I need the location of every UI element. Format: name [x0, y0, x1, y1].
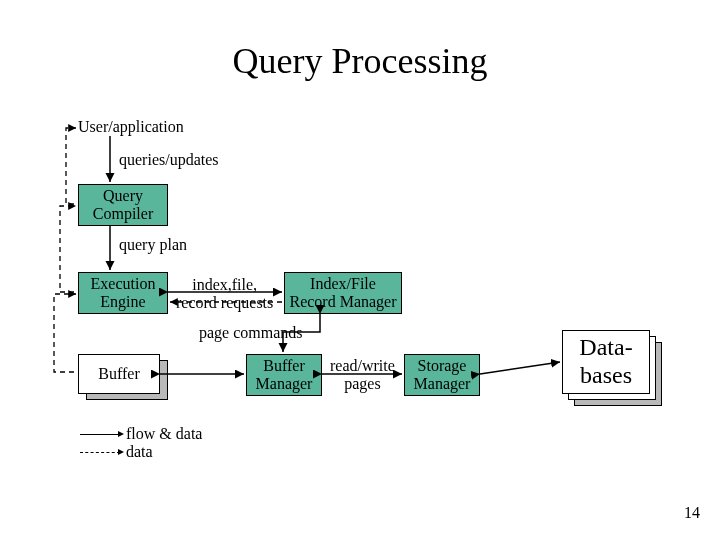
box-execution-engine: Execution Engine — [78, 272, 168, 314]
svg-line-5 — [480, 362, 560, 374]
label-queries-updates: queries/updates — [119, 151, 219, 169]
legend-line-solid — [80, 434, 120, 435]
label-user-application: User/application — [78, 118, 184, 136]
box-buffer: Buffer — [78, 354, 160, 394]
legend-line-dashed — [80, 452, 120, 453]
label-page-commands: page commands — [199, 324, 303, 342]
slide-number: 14 — [684, 504, 700, 522]
box-storage-manager: Storage Manager — [404, 354, 480, 396]
box-databases: Data- bases — [562, 330, 650, 394]
box-buffer-manager: Buffer Manager — [246, 354, 322, 396]
box-record-manager: Index/File Record Manager — [284, 272, 402, 314]
box-query-compiler: Query Compiler — [78, 184, 168, 226]
legend-flow-label: flow & data — [126, 425, 202, 443]
label-read-write-pages: read/write pages — [330, 357, 395, 394]
label-index-file: index,file, record requests — [176, 276, 273, 313]
slide: Query Processing User/application querie… — [0, 0, 720, 540]
label-query-plan: query plan — [119, 236, 187, 254]
slide-title: Query Processing — [0, 40, 720, 82]
legend-data-label: data — [126, 443, 153, 461]
